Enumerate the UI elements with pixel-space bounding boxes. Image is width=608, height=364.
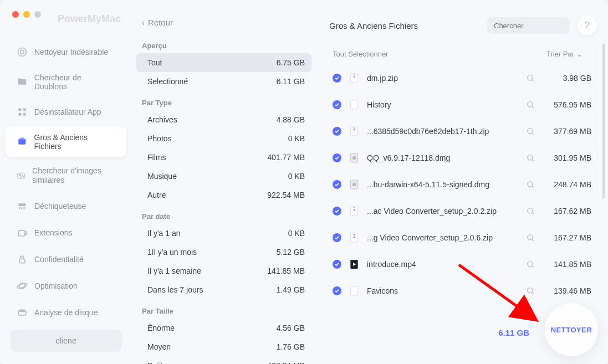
back-button[interactable]: ‹ Retour — [132, 11, 316, 34]
filter-huge[interactable]: Ènorme4.56 GB — [132, 319, 316, 337]
sidebar-item-uninstaller[interactable]: Désinstallateur App — [6, 100, 126, 124]
reveal-icon[interactable] — [526, 153, 535, 162]
svg-rect-4 — [18, 113, 21, 116]
sidebar-item-junk-cleaner[interactable]: Nettoyeur Indésirable — [6, 40, 126, 64]
checkbox-checked-icon[interactable] — [333, 153, 341, 162]
filter-1week[interactable]: Il y'a 1 semaine141.85 MB — [132, 262, 316, 280]
checkbox-checked-icon[interactable] — [333, 127, 341, 136]
search-box[interactable] — [487, 17, 569, 34]
sidebar-item-large-old-files[interactable]: Gros & Anciens Fichiers — [6, 126, 126, 157]
svg-rect-3 — [23, 108, 26, 111]
file-size: 3.98 GB — [543, 74, 591, 83]
clean-label: NETTOYER — [551, 326, 592, 334]
minimize-window-icon[interactable] — [23, 11, 30, 18]
svg-point-31 — [352, 156, 356, 160]
reveal-icon[interactable] — [526, 74, 535, 83]
back-label: Retour — [148, 18, 173, 27]
filter-1month[interactable]: 1Il y'a un mois5.12 GB — [132, 243, 316, 262]
filter-photos[interactable]: Photos0 KB — [132, 129, 316, 148]
filter-value: 6.75 GB — [277, 58, 305, 67]
checkbox-checked-icon[interactable] — [333, 286, 341, 295]
file-name: Favicons — [367, 286, 518, 295]
reveal-icon[interactable] — [526, 127, 535, 136]
sidebar-item-extensions[interactable]: Extensions — [6, 221, 126, 245]
section-by-size: Par Taille — [132, 299, 316, 319]
svg-point-40 — [528, 208, 533, 213]
filter-other[interactable]: Autre922.54 MB — [132, 186, 316, 204]
file-row[interactable]: ...ac Video Converter_setup_2.0.2.zip167… — [321, 198, 602, 224]
file-type-icon — [349, 73, 359, 84]
planet-icon — [17, 280, 28, 291]
reveal-icon[interactable] — [526, 207, 535, 216]
sidebar-item-privacy[interactable]: Confidentialité — [6, 247, 126, 271]
filter-medium[interactable]: Moyen1.76 GB — [132, 337, 316, 356]
filter-all[interactable]: Tout 6.75 GB — [136, 53, 311, 72]
svg-rect-48 — [350, 286, 357, 295]
sort-button[interactable]: Trier Par ⌄ — [546, 50, 583, 58]
checkbox-checked-icon[interactable] — [333, 207, 341, 216]
sidebar-item-disk-analysis[interactable]: Analyse de disque — [6, 300, 126, 325]
reveal-icon[interactable] — [526, 100, 535, 109]
checkbox-checked-icon[interactable] — [333, 100, 341, 109]
svg-point-32 — [528, 155, 533, 160]
svg-point-0 — [18, 48, 27, 57]
reveal-icon[interactable] — [526, 260, 535, 269]
clean-button[interactable]: NETTOYER — [545, 303, 598, 356]
sidebar-item-label: Gros & Anciens Fichiers — [34, 133, 115, 151]
sidebar-item-optimization[interactable]: Optimisation — [6, 274, 126, 298]
scrollbar[interactable] — [602, 43, 605, 198]
sidebar-item-label: Extensions — [34, 228, 72, 237]
file-row[interactable]: introduce.mp4141.85 MB — [321, 251, 602, 278]
filter-7days[interactable]: Dans les 7 jours1.49 GB — [132, 280, 316, 299]
help-button[interactable]: ? — [577, 16, 597, 35]
file-row[interactable]: Favicons139.46 MB — [321, 278, 602, 304]
puzzle-icon — [17, 227, 28, 238]
checkbox-checked-icon[interactable] — [333, 74, 341, 83]
file-row[interactable]: ...g Video Converter_setup_2.0.6.zip167.… — [321, 224, 602, 251]
file-row[interactable]: ...6385d59c0db76e62deb17-1th.zip377.69 M… — [321, 118, 602, 145]
filter-1year[interactable]: Il y'a 1 an0 KB — [132, 224, 316, 243]
svg-point-1 — [21, 50, 24, 54]
svg-rect-11 — [18, 230, 25, 235]
svg-rect-20 — [354, 76, 355, 76]
traffic-lights — [12, 11, 41, 18]
filter-music[interactable]: Musique0 KB — [132, 167, 316, 186]
svg-rect-12 — [25, 232, 27, 234]
close-window-icon[interactable] — [12, 11, 19, 18]
file-size: 248.74 MB — [543, 180, 591, 189]
file-size: 139.46 MB — [543, 286, 591, 295]
file-row[interactable]: QQ_v6.9.17-12118.dmg301.95 MB — [321, 145, 602, 171]
disk-icon — [17, 307, 28, 318]
select-all-label[interactable]: Tout Sélectionner — [333, 50, 388, 58]
sidebar-item-duplicates[interactable]: Chercheur de Doublons — [6, 66, 126, 98]
apps-icon — [17, 106, 28, 117]
sidebar-item-shredder[interactable]: Déchiqueteuse — [6, 194, 126, 218]
file-type-icon — [349, 152, 359, 163]
page-title: Gros & Anciens Fichiers — [321, 21, 479, 30]
filter-small[interactable]: Petit427.34 MB — [132, 356, 316, 364]
file-type-icon — [349, 126, 359, 137]
file-type-icon — [349, 259, 359, 270]
svg-rect-44 — [354, 237, 355, 238]
svg-point-47 — [528, 262, 533, 266]
checkbox-checked-icon[interactable] — [333, 180, 341, 189]
svg-point-45 — [528, 235, 533, 240]
file-name: History — [367, 100, 518, 109]
user-chip[interactable]: eliene — [10, 330, 122, 352]
maximize-window-icon[interactable] — [34, 11, 41, 18]
file-row[interactable]: History576.95 MB — [321, 91, 602, 118]
file-row[interactable]: dm.jp.zip3.98 GB — [321, 65, 602, 91]
search-input[interactable] — [494, 22, 587, 30]
filter-archives[interactable]: Archives4.88 GB — [132, 110, 316, 129]
reveal-icon[interactable] — [526, 286, 535, 295]
filter-label: Tout — [147, 58, 162, 67]
sidebar-item-similar-images[interactable]: Chercheur d'images similaires — [6, 160, 126, 192]
reveal-icon[interactable] — [526, 233, 535, 242]
reveal-icon[interactable] — [526, 180, 535, 189]
checkbox-checked-icon[interactable] — [333, 260, 341, 269]
filter-films[interactable]: Films401.77 MB — [132, 148, 316, 167]
checkbox-checked-icon[interactable] — [333, 233, 341, 242]
filter-selected[interactable]: Selectionné 6.11 GB — [132, 72, 316, 91]
svg-point-49 — [528, 288, 533, 293]
file-row[interactable]: ...hu-darwin-x64-5.11.5-signed.dmg248.74… — [321, 171, 602, 198]
